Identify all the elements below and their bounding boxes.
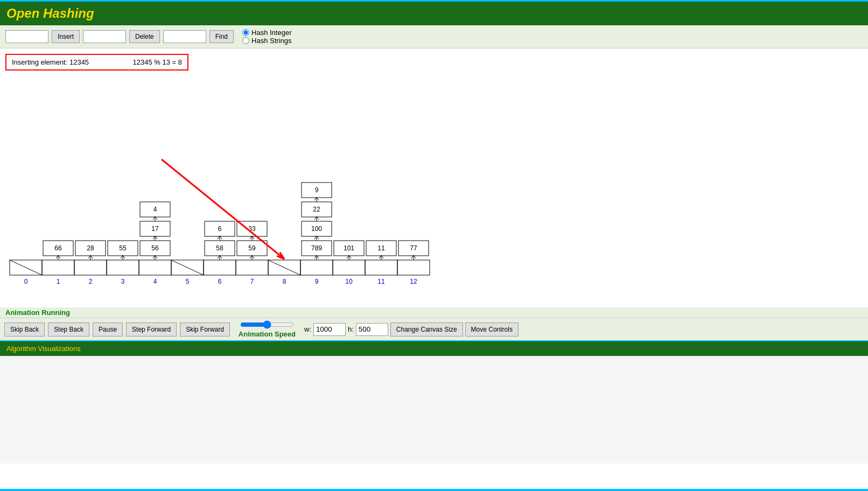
hash-canvas bbox=[0, 76, 538, 291]
footer-link[interactable]: Algorithm Visualizations bbox=[6, 345, 81, 353]
radio-hash-strings[interactable]: Hash Strings bbox=[242, 37, 291, 45]
skip-back-button[interactable]: Skip Back bbox=[4, 322, 45, 336]
animation-status: Animation Running bbox=[0, 307, 868, 318]
radio-hash-integer[interactable]: Hash Integer bbox=[242, 29, 291, 37]
page-title: Open Hashing bbox=[6, 6, 862, 21]
insert-button[interactable]: Insert bbox=[52, 30, 80, 43]
pause-button[interactable]: Pause bbox=[93, 322, 123, 336]
delete-button[interactable]: Delete bbox=[129, 30, 160, 43]
move-controls-button[interactable]: Move Controls bbox=[465, 322, 519, 336]
footer: Algorithm Visualizations bbox=[0, 340, 868, 356]
toolbar: Insert Delete Find Hash Integer Hash Str… bbox=[0, 25, 868, 48]
bottom-area bbox=[0, 356, 868, 464]
w-input[interactable] bbox=[313, 323, 346, 336]
status-message: Inserting element: 12345 bbox=[12, 58, 89, 66]
h-input[interactable] bbox=[356, 323, 388, 336]
header: Open Hashing bbox=[0, 0, 868, 25]
find-input[interactable] bbox=[163, 30, 206, 43]
h-label: h: bbox=[348, 325, 354, 333]
find-button[interactable]: Find bbox=[209, 30, 234, 43]
status-formula: 12345 % 13 = 8 bbox=[133, 58, 182, 66]
change-canvas-button[interactable]: Change Canvas Size bbox=[390, 322, 463, 336]
controls-bar: Skip Back Step Back Pause Step Forward S… bbox=[0, 318, 868, 340]
step-forward-button[interactable]: Step Forward bbox=[126, 322, 177, 336]
speed-label: Animation Speed bbox=[239, 330, 296, 338]
wh-group: w: h: Change Canvas Size Move Controls bbox=[304, 322, 519, 336]
hash-type-group: Hash Integer Hash Strings bbox=[242, 29, 291, 45]
canvas-area bbox=[0, 76, 868, 307]
delete-input[interactable] bbox=[83, 30, 126, 43]
status-box: Inserting element: 12345 12345 % 13 = 8 bbox=[5, 54, 188, 71]
insert-input[interactable] bbox=[5, 30, 48, 43]
skip-forward-button[interactable]: Skip Forward bbox=[180, 322, 230, 336]
speed-slider-container: Animation Speed bbox=[239, 320, 296, 338]
w-label: w: bbox=[304, 325, 311, 333]
step-back-button[interactable]: Step Back bbox=[48, 322, 89, 336]
speed-slider[interactable] bbox=[240, 320, 294, 329]
